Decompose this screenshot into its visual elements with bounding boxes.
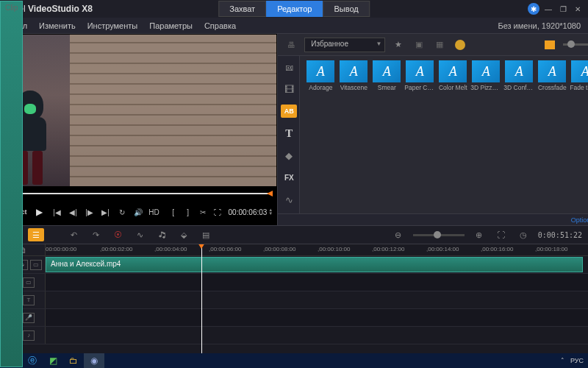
app-window: Corel VideoStudio X8 Захват Редактор Выв… bbox=[0, 0, 588, 353]
transition-item[interactable]: AVitascene bbox=[339, 60, 368, 91]
volume-button[interactable]: 🔊 bbox=[132, 205, 145, 219]
project-duration[interactable]: 0:00:51:22 bbox=[538, 231, 582, 239]
transition-item[interactable]: AColor Melt bbox=[438, 60, 467, 91]
voice-track-icon: 🎤 bbox=[23, 313, 35, 323]
tray-up-icon[interactable]: ˄ bbox=[561, 357, 564, 364]
scrub-end-marker[interactable] bbox=[267, 191, 273, 197]
explorer-icon[interactable]: 🗀 bbox=[63, 353, 84, 368]
preview-viewport[interactable] bbox=[1, 35, 276, 186]
options-link[interactable]: Options ⌄ bbox=[571, 216, 588, 224]
transition-item[interactable]: APaper Collage bbox=[405, 60, 434, 91]
auto-music-button[interactable]: 🎝 bbox=[154, 228, 169, 241]
ruler-tick: ,00:00:18:00 bbox=[535, 246, 567, 252]
menu-settings[interactable]: Параметры bbox=[149, 21, 193, 30]
transition-label: Paper Collage bbox=[404, 84, 435, 91]
timecode-spinner[interactable]: ▲▼ bbox=[268, 208, 273, 216]
mode-clip[interactable]: Clip bbox=[0, 1, 23, 367]
library-category-dropdown[interactable]: Избранное bbox=[304, 38, 385, 52]
zoom-slider[interactable] bbox=[413, 234, 465, 236]
menu-help[interactable]: Справка bbox=[204, 21, 236, 30]
windows-taskbar: ⓔ ◩ 🗀 ◉ ˄ РУС bbox=[0, 353, 588, 368]
fullscreen-button[interactable]: ⛶ bbox=[211, 205, 224, 219]
library-toolbar: 🖶 Избранное ★ ▣ ▦ bbox=[278, 34, 588, 56]
transition-item[interactable]: A3D Pizza Bo... bbox=[471, 60, 501, 91]
favorite-icon[interactable]: ★ bbox=[391, 38, 406, 52]
voice-track-body[interactable] bbox=[46, 309, 588, 326]
menu-tools[interactable]: Инструменты bbox=[87, 21, 138, 30]
record-button[interactable]: ⦿ bbox=[110, 228, 125, 241]
mark-in-button[interactable]: [ bbox=[167, 205, 180, 219]
zoom-out-button[interactable]: ⊖ bbox=[391, 228, 406, 241]
transition-thumb: A bbox=[472, 60, 500, 82]
music-track-icon: ♪ bbox=[23, 330, 35, 341]
tab-output[interactable]: Вывод bbox=[323, 1, 370, 17]
play-button[interactable]: ▶ bbox=[32, 204, 48, 220]
path-tab-icon[interactable]: ∿ bbox=[278, 188, 300, 210]
go-start-button[interactable]: |◀ bbox=[51, 205, 64, 219]
marker-button[interactable]: ⬙ bbox=[176, 228, 191, 241]
library-footer: Options ⌄ bbox=[278, 213, 588, 225]
playhead[interactable] bbox=[201, 244, 202, 353]
transition-item[interactable]: AAdorage bbox=[306, 60, 335, 91]
preview-timecode[interactable]: 00:00:06:03 ▲▼ bbox=[229, 208, 273, 216]
mark-out-button[interactable]: ] bbox=[182, 205, 195, 219]
transition-item[interactable]: ASmear bbox=[372, 60, 401, 91]
undo-button[interactable]: ↶ bbox=[66, 228, 81, 241]
print-icon[interactable]: 🖶 bbox=[284, 38, 298, 52]
transitions-tab-icon[interactable]: AB bbox=[281, 105, 297, 118]
track-manager-button[interactable]: ▤ bbox=[198, 228, 213, 241]
app-icon-1[interactable]: ◩ bbox=[43, 353, 63, 368]
split-button[interactable]: ✂ bbox=[196, 205, 209, 219]
next-frame-button[interactable]: |▶ bbox=[83, 205, 96, 219]
transition-thumb: A bbox=[571, 60, 588, 82]
transition-label: 3D Pizza Bo... bbox=[470, 84, 501, 91]
transition-thumb: A bbox=[439, 60, 467, 82]
prev-frame-button[interactable]: ◀| bbox=[67, 205, 80, 219]
view-thumbnails-icon[interactable] bbox=[542, 38, 557, 52]
close-button[interactable]: ✕ bbox=[572, 4, 584, 14]
video-clip[interactable]: Анна и Алексей.mp4 bbox=[46, 257, 583, 272]
zoom-in-button[interactable]: ⊕ bbox=[472, 228, 487, 241]
go-end-button[interactable]: ▶| bbox=[99, 205, 112, 219]
transition-item[interactable]: AFade to black bbox=[570, 60, 588, 91]
audio-mixer-button[interactable]: ∿ bbox=[132, 228, 147, 241]
redo-button[interactable]: ↷ bbox=[88, 228, 103, 241]
gold-dot-icon[interactable] bbox=[453, 38, 467, 52]
scrub-bar[interactable] bbox=[4, 188, 273, 199]
graphic-tab-icon[interactable]: ◆ bbox=[278, 144, 300, 166]
overlay-track-body[interactable] bbox=[46, 274, 588, 291]
minimize-button[interactable]: — bbox=[542, 4, 554, 14]
timeline-ruler[interactable]: 00:00:00:00,00:00:02:00,00:00:04:00,00:0… bbox=[46, 244, 588, 255]
timeline-view-button[interactable]: ☰ bbox=[28, 228, 44, 241]
tab-editor[interactable]: Редактор bbox=[266, 1, 323, 17]
app-icon-2[interactable]: ◉ bbox=[84, 353, 104, 368]
transition-thumb: A bbox=[406, 60, 434, 82]
ie-icon[interactable]: ⓔ bbox=[22, 353, 43, 368]
title-tab-icon[interactable]: T bbox=[278, 122, 300, 144]
filter-tab-icon[interactable]: FX bbox=[278, 166, 300, 188]
import-icon[interactable]: ▦ bbox=[432, 38, 447, 52]
thumbnail-size-slider[interactable] bbox=[563, 43, 588, 46]
workspace-tabs: Захват Редактор Вывод bbox=[218, 1, 370, 17]
transition-item[interactable]: A3D Confetti bbox=[504, 60, 534, 91]
transition-thumb: A bbox=[505, 60, 533, 82]
lang-indicator[interactable]: РУС bbox=[570, 357, 584, 364]
repeat-button[interactable]: ↻ bbox=[115, 205, 129, 219]
fit-timeline-button[interactable]: ⛶ bbox=[494, 228, 509, 241]
video-track-body[interactable]: Анна и Алексей.mp4 bbox=[46, 256, 588, 273]
maximize-button[interactable]: ❐ bbox=[557, 4, 569, 14]
tab-capture[interactable]: Захват bbox=[218, 1, 266, 17]
transition-item[interactable]: ACrossfade bbox=[537, 60, 567, 91]
system-tray[interactable]: ˄ РУС bbox=[556, 357, 588, 364]
add-folder-icon[interactable]: ▣ bbox=[412, 38, 426, 52]
notification-icon[interactable]: ✱ bbox=[528, 3, 539, 15]
instant-project-icon[interactable]: 🎞 bbox=[278, 78, 300, 100]
hd-button[interactable]: HD bbox=[148, 205, 161, 219]
project-info: Без имени, 1920*1080 bbox=[498, 21, 581, 30]
media-tab-icon[interactable]: 🖭 bbox=[278, 56, 300, 78]
menu-edit[interactable]: Изменить bbox=[39, 21, 76, 30]
product-text: VideoStudio X8 bbox=[28, 4, 93, 14]
title-track-body[interactable] bbox=[46, 291, 588, 308]
playback-mode[interactable]: Project Clip bbox=[4, 208, 27, 216]
music-track-body[interactable] bbox=[46, 327, 588, 344]
